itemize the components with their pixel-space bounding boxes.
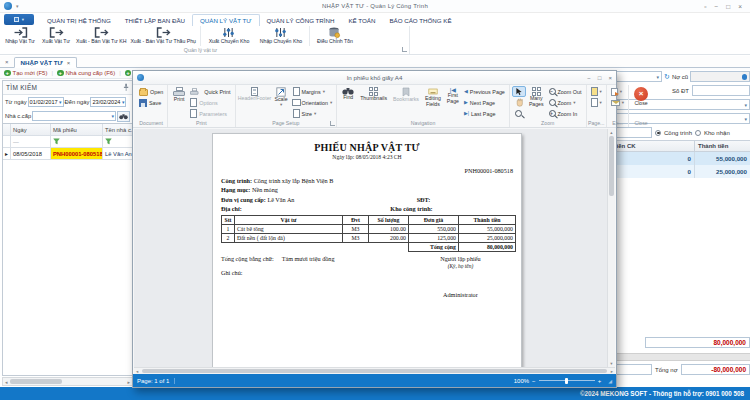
column-header-ten-nha-cc[interactable]: Tên nhà c.c <box>103 124 132 135</box>
first-page-button[interactable]: |◀ First Page <box>444 86 462 104</box>
many-pages-button[interactable]: Many Pages <box>526 86 547 107</box>
scroll-up-icon[interactable]: ▴ <box>610 129 612 136</box>
preview-vscrollbar[interactable]: ▴ ▾ <box>607 129 615 367</box>
last-page-button[interactable]: ▶| Last Page <box>462 108 507 119</box>
scroll-thumb[interactable] <box>142 369 606 373</box>
dropdown-caret-icon[interactable]: ▾ <box>744 102 747 108</box>
cell-thanh-tien[interactable]: 25,000,000 <box>695 165 750 178</box>
margins-button[interactable]: Margins ▾ <box>291 86 335 97</box>
close-button[interactable]: × <box>738 3 742 10</box>
zoom-in-icon[interactable]: + <box>598 378 602 384</box>
orientation-button[interactable]: Orientation ▾ <box>291 97 335 108</box>
tab-quan-ly-vat-tu[interactable]: QUẢN LÝ VẬT TƯ <box>192 14 259 26</box>
dieu-chinh-ton-button[interactable]: Điều Chỉnh Tồn <box>312 26 358 45</box>
scale-button[interactable]: Scale ▾ <box>272 86 291 108</box>
pin-icon[interactable] <box>123 83 129 92</box>
quick-print-button[interactable]: Quick Print <box>188 86 232 97</box>
zoom-slider-thumb[interactable] <box>565 378 569 384</box>
nhap-vat-tu-button[interactable]: Nhập Vật Tư <box>2 26 38 45</box>
hand-tool-button[interactable] <box>512 97 526 108</box>
parameters-button[interactable]: Parameters <box>188 108 232 119</box>
cell-thanh-tien[interactable]: 55,000,000 <box>695 152 750 165</box>
main-titlebar[interactable]: ▾ NHẬP VẬT TƯ - Quản Lý Công Trình ▫ − □… <box>0 0 750 13</box>
editing-fields-button[interactable]: Editing Fields <box>422 86 444 107</box>
tab-close-icon[interactable]: × <box>67 60 71 66</box>
tabgroup-close-icon[interactable]: × <box>5 59 9 65</box>
open-button[interactable]: Open <box>137 86 165 97</box>
dropdown-caret-icon[interactable]: ▾ <box>59 99 62 105</box>
tab-ke-toan[interactable]: KẾ TOÁN <box>341 15 382 26</box>
group-dialog-launcher-icon[interactable] <box>330 121 335 126</box>
xuat-ban-vat-tu-kh-button[interactable]: Xuất - Bán Vật Tư KH <box>74 26 128 45</box>
group-dialog-launcher-icon[interactable] <box>402 47 407 52</box>
zoom-slider[interactable] <box>539 380 595 382</box>
style-button[interactable]: ▫ <box>704 3 706 10</box>
supplier-combo[interactable]: ▾ <box>610 71 662 82</box>
dialog-maximize-button[interactable]: □ <box>598 75 602 81</box>
zoom-button[interactable]: Zoom ▾ <box>547 97 584 108</box>
header-footer-button[interactable]: Header/Footer <box>238 86 272 102</box>
export-document-button[interactable]: ▾ <box>609 86 626 97</box>
tab-nhap-vat-tu-document[interactable]: NHẬP VẬT TƯ × <box>14 57 78 68</box>
cell-tien-ck[interactable]: 0 <box>610 152 695 165</box>
so-dt-input[interactable] <box>692 85 750 96</box>
search-panel-hscrollbar[interactable]: ◂ ▸ <box>2 377 133 386</box>
pointer-tool-button[interactable] <box>512 86 526 97</box>
dropdown-caret-icon[interactable]: ▾ <box>656 74 659 80</box>
tab-quan-tri-he-thong[interactable]: QUẢN TRỊ HỆ THỐNG <box>40 15 118 26</box>
options-button[interactable]: Options <box>188 97 232 108</box>
tab-bao-cao-thong-ke[interactable]: BÁO CÁO THỐNG KÊ <box>382 15 458 26</box>
resize-grip-icon[interactable]: ◢ <box>608 378 612 384</box>
radio-kho-nhan[interactable] <box>695 130 701 136</box>
cell-ngay[interactable]: 08/05/2018 <box>11 148 51 159</box>
scroll-thumb[interactable] <box>609 136 614 196</box>
radio-kho-nhan-label[interactable]: Kho nhận <box>704 130 730 136</box>
from-date-input[interactable]: 01/02/2017 ▾ <box>28 97 64 107</box>
column-header-ngay[interactable]: Ngày <box>11 124 51 135</box>
refresh-icon[interactable]: ↻ <box>664 73 670 81</box>
cell-ten-nha-cc[interactable]: Lê Văn An <box>103 148 132 159</box>
tab-quan-ly-cong-trinh[interactable]: QUẢN LÝ CÔNG TRÌNH <box>260 15 342 26</box>
filter-cell-ngay[interactable]: — <box>11 136 51 147</box>
file-menu-button[interactable]: ▾ <box>4 14 34 25</box>
size-button[interactable]: Size ▾ <box>291 108 335 119</box>
save-button[interactable]: Save <box>137 97 165 108</box>
scroll-thumb[interactable] <box>10 379 62 384</box>
info-dot-icon[interactable] <box>742 74 748 80</box>
thumbnails-button[interactable]: Thumbnails <box>357 86 390 102</box>
to-date-input[interactable]: 23/02/2024 ▾ <box>90 97 126 107</box>
previous-page-button[interactable]: ◀ Previous Page <box>462 86 507 97</box>
print-button[interactable]: Print <box>170 86 188 103</box>
find-button[interactable]: Find <box>339 86 357 101</box>
form-grid-row[interactable]: 0 25,000,000 <box>610 165 750 178</box>
close-preview-button[interactable]: × Close <box>631 86 651 107</box>
watermark-button[interactable]: ▾ <box>589 97 604 108</box>
scroll-left-icon[interactable]: ◂ <box>3 379 10 385</box>
dialog-close-button[interactable]: × <box>608 75 612 81</box>
dropdown-caret-icon[interactable]: ▾ <box>744 116 747 122</box>
nha-cung-cap-button[interactable]: + Nhà cung cấp (F6) <box>57 70 115 77</box>
filter-cell-ten-nha-cc[interactable] <box>103 136 132 147</box>
zoom-out-icon[interactable]: − <box>532 378 536 384</box>
page-color-button[interactable]: ▾ <box>589 86 604 97</box>
filter-cell-ma-phieu[interactable] <box>51 136 103 147</box>
dropdown-caret-icon[interactable]: ▾ <box>122 99 125 105</box>
tao-moi-button[interactable]: + Tạo mới (F5) <box>4 70 47 77</box>
bookmarks-button[interactable]: Bookmarks <box>390 86 422 103</box>
maximize-button[interactable]: □ <box>726 3 730 10</box>
cell-tien-ck[interactable]: 0 <box>610 165 695 178</box>
radio-cong-trinh-label[interactable]: Công trình <box>664 130 692 136</box>
scroll-down-icon[interactable]: ▾ <box>610 360 612 367</box>
scroll-right-icon[interactable]: ▸ <box>609 369 615 374</box>
send-email-button[interactable]: ▾ <box>609 97 626 108</box>
dialog-titlebar[interactable]: In phiếu khổ giấy A4 − □ × <box>133 71 616 85</box>
xuat-vat-tu-button[interactable]: Xuất Vật Tư <box>38 26 74 45</box>
preview-hscrollbar[interactable]: ◂ ▸ <box>134 367 615 374</box>
xuat-ban-vat-tu-thau-phu-button[interactable]: Xuất - Bán Vật Tư Thầu Phụ <box>128 26 198 45</box>
column-header-tien-ck[interactable]: Tiền CK <box>610 141 695 151</box>
radio-cong-trinh[interactable] <box>655 130 661 136</box>
xuat-chuyen-kho-button[interactable]: Xuất Chuyển Kho <box>203 26 255 45</box>
column-header-thanh-tien[interactable]: Thành tiền <box>695 141 750 151</box>
zoom-out-button[interactable]: − Zoom Out <box>547 86 584 97</box>
tab-thiet-lap-ban-dau[interactable]: THIẾT LẬP BAN ĐẦU <box>118 15 192 26</box>
